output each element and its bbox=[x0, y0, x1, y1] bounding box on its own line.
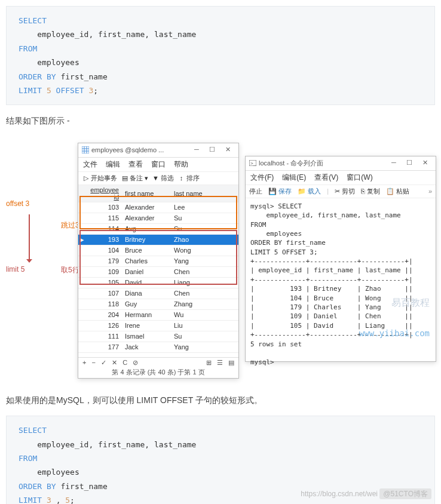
watermark-cn: 易百教程 bbox=[359, 296, 430, 309]
cell-last-name: Yang bbox=[172, 256, 238, 266]
kw-limit: LIMIT bbox=[19, 86, 47, 95]
view-form-button[interactable]: ☰ bbox=[215, 359, 225, 366]
table-row[interactable]: 179CharlesYang bbox=[78, 256, 238, 266]
maximize-button[interactable]: ☐ bbox=[205, 145, 219, 155]
result-intro-text: 结果如下图所示 - bbox=[6, 114, 435, 127]
view-grid-button[interactable]: ⊞ bbox=[204, 359, 213, 366]
stop-button[interactable]: 停止 bbox=[249, 187, 262, 196]
col-first-name[interactable]: first name bbox=[122, 185, 172, 202]
menu-window[interactable]: 窗口 bbox=[151, 159, 166, 170]
cell-id: 200 bbox=[87, 352, 122, 355]
cell-id: 104 bbox=[87, 245, 122, 256]
table-row[interactable]: 105DavidLiang bbox=[78, 277, 238, 288]
cell-last-name: Zhang bbox=[172, 299, 238, 309]
menu-window[interactable]: 窗口(W) bbox=[347, 173, 372, 183]
play-icon: ▷ bbox=[82, 174, 90, 182]
table-row[interactable]: 126IreneLiu bbox=[78, 320, 238, 331]
table-row[interactable]: 118GuyZhang bbox=[78, 299, 238, 309]
table-row[interactable]: 204HermannWu bbox=[78, 309, 238, 320]
cell-first-name: Charles bbox=[122, 256, 172, 266]
cell-last-name: Liang bbox=[172, 277, 238, 288]
toolbar-overflow-icon[interactable]: » bbox=[428, 188, 432, 195]
menu-view[interactable]: 查看 bbox=[128, 159, 143, 170]
filter-button[interactable]: ▼筛选 bbox=[152, 174, 174, 183]
window-title: employees @sqldemo ... bbox=[91, 146, 189, 153]
cell-first-name: Avg bbox=[122, 223, 172, 234]
cell-first-name: Daniel bbox=[122, 266, 172, 277]
menu-file[interactable]: 文件(F) bbox=[250, 173, 274, 183]
cut-button[interactable]: ✂ 剪切 bbox=[335, 187, 355, 196]
offset-n: 3 bbox=[47, 496, 56, 504]
table-row[interactable]: 177JackYang bbox=[78, 342, 238, 352]
save-button[interactable]: 💾 保存 bbox=[268, 187, 292, 196]
toolbar: ▷开始事务 ▤备注 ▾ ▼筛选 ↕排序 bbox=[78, 172, 238, 185]
statusbar: + − ✓ ✕ C ⊘ ⊞ ☰ ▤ 第 4 条记录 (共 40 条) 于第 1 … bbox=[78, 357, 238, 378]
table-row[interactable]: 107DianaChen bbox=[78, 288, 238, 299]
kw-offset: OFFSET bbox=[51, 86, 89, 95]
sort-button[interactable]: ↕排序 bbox=[177, 174, 200, 183]
stop-button[interactable]: ⊘ bbox=[131, 359, 140, 366]
view-text-button[interactable]: ▤ bbox=[226, 359, 236, 366]
copy-button[interactable]: ⎘ 复制 bbox=[361, 187, 380, 196]
arrow-down bbox=[29, 214, 30, 262]
begin-tx-button[interactable]: ▷开始事务 bbox=[82, 174, 117, 183]
load-button[interactable]: 📁 载入 bbox=[298, 187, 321, 196]
table-area: employee id first name last name 103Alex… bbox=[78, 185, 238, 355]
cell-id: 126 bbox=[87, 320, 122, 331]
table-row[interactable]: 104BruceWong bbox=[78, 245, 238, 256]
toolbar: 停止 💾 保存 📁 载入 | ✂ 剪切 ⎘ 复制 📋 粘贴 » bbox=[246, 185, 436, 198]
col-employee-id[interactable]: employee id bbox=[87, 185, 122, 202]
menu-file[interactable]: 文件 bbox=[83, 159, 97, 170]
table-row[interactable]: 114AvgSu bbox=[78, 223, 238, 234]
menu-edit[interactable]: 编辑(E) bbox=[282, 173, 306, 183]
minimize-button[interactable]: ─ bbox=[189, 145, 204, 155]
close-button[interactable]: ✕ bbox=[220, 145, 235, 155]
footer-watermark: https://blog.csdn.net/wei @51CTO博客 bbox=[301, 489, 431, 499]
cell-id: 177 bbox=[87, 342, 122, 352]
from-table: employees bbox=[19, 58, 79, 67]
pagination-text: 第 4 条记录 (共 40 条) 于第 1 页 bbox=[81, 367, 236, 377]
menu-edit[interactable]: 编辑 bbox=[106, 159, 120, 170]
sort-icon: ↕ bbox=[177, 174, 185, 182]
table-row[interactable]: 200JenniferZhao bbox=[78, 352, 238, 355]
table-row[interactable]: 111IsmaelSu bbox=[78, 331, 238, 342]
cancel-button[interactable]: ✕ bbox=[110, 359, 119, 366]
minimize-button[interactable]: ─ bbox=[387, 158, 401, 168]
menubar: 文件 编辑 查看 窗口 帮助 bbox=[78, 158, 238, 172]
commit-button[interactable]: ✓ bbox=[99, 359, 108, 366]
console-output: mysql> SELECT employee_id, first_name, l… bbox=[246, 198, 436, 363]
cell-id: 109 bbox=[87, 266, 122, 277]
remove-row-button[interactable]: − bbox=[90, 359, 97, 366]
watermark-en: www.yiibai.com bbox=[359, 328, 430, 340]
menu-view[interactable]: 查看(V) bbox=[314, 173, 338, 183]
cell-id: 114 bbox=[87, 223, 122, 234]
table-row[interactable]: 103AlexanderLee bbox=[78, 202, 238, 213]
cell-first-name: Guy bbox=[122, 299, 172, 309]
inline-code-limit-offset: LIMIT OFFSET bbox=[137, 395, 193, 405]
cell-last-name: Lee bbox=[172, 202, 238, 213]
maximize-button[interactable]: ☐ bbox=[402, 158, 416, 168]
semicolon: ; bbox=[70, 496, 75, 504]
semicolon: ; bbox=[93, 86, 98, 95]
offset-label: offset 3 bbox=[6, 199, 29, 208]
cell-id: 193 bbox=[87, 234, 122, 245]
close-button[interactable]: ✕ bbox=[418, 158, 432, 168]
table-row[interactable]: 115AlexanderSu bbox=[78, 213, 238, 223]
table-row[interactable]: 109DanielChen bbox=[78, 266, 238, 277]
comma: , bbox=[56, 496, 66, 504]
add-row-button[interactable]: + bbox=[81, 359, 88, 366]
menu-help[interactable]: 帮助 bbox=[174, 159, 188, 170]
cell-last-name: Yang bbox=[172, 342, 238, 352]
refresh-button[interactable]: C bbox=[121, 359, 129, 366]
cell-first-name: Jack bbox=[122, 342, 172, 352]
kw-select: SELECT bbox=[19, 16, 47, 25]
paste-button[interactable]: 📋 粘贴 bbox=[386, 187, 409, 196]
memo-icon: ▤ bbox=[121, 174, 128, 182]
memo-button[interactable]: ▤备注 ▾ bbox=[121, 174, 148, 183]
cell-last-name: Wu bbox=[172, 309, 238, 320]
kw-from: FROM bbox=[19, 454, 37, 463]
svg-rect-0 bbox=[82, 146, 89, 153]
cell-first-name: Alexander bbox=[122, 213, 172, 223]
table-row[interactable]: 193BritneyZhao bbox=[78, 234, 238, 245]
col-last-name[interactable]: last name bbox=[172, 185, 238, 202]
